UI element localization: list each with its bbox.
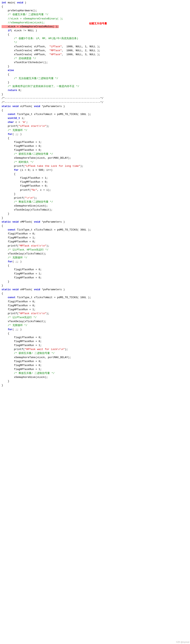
code-line: xSemaphoreGive(xLock); [1,204,189,208]
code-line: { [1,292,189,296]
code-line: for (i = 0; i < 500; i++) [1,168,189,172]
code-line: prvSetupHardware(); [1,9,189,13]
code-line: static void vHPTask( void *pvParameters … [1,288,189,292]
code-line: xSemaphoreTake(xLock, portMAX_DELAY); [1,356,189,360]
code-line: /* 如果程序运行到了这里就表示出错了, 一般是内存不足 */ [1,84,189,88]
annotation: 创建互斥信号量 [89,22,107,26]
code-line: for( ;; ) [1,328,189,332]
code-line: flagMPTaskRun = 0; [1,364,189,368]
code-line: { [1,5,189,9]
code-line: flagLPTaskRun = 1; [1,140,189,144]
code-line: /* 释放互斥量/二进制信号量 */ [1,200,189,204]
code-line: /* 启动调度器 */ [1,56,189,60]
code-line: } [1,64,189,68]
code-line: } [1,284,189,288]
code-line: /* 耗时很久 */ [1,160,189,164]
code-line: flagLPTaskRun = 0; [1,360,189,364]
code-line: /* 创建3个任务: LP, MP, HP(低/中/高优先级任务) [1,36,189,40]
code-line: int main( void ) [1,1,189,5]
code-line: flagMPTaskRun = 1; [1,236,189,240]
code-line: flagMPTaskRun = 0; [1,304,189,308]
code-line: for( ;; ) [1,132,189,136]
code-line: } [1,384,189,388]
code-line: else [1,68,189,72]
code-line: printf("%c", c + i); [1,188,189,192]
code-line: vTaskDelay(xTicksToWait); [1,252,189,256]
code-line: /* 无限循环 */ [1,324,189,328]
code-line: } [1,192,189,196]
code-line: printf("LPTask start\r\n"); [1,124,189,128]
code-line: static void vLPTask( void *pvParameters … [1,104,189,108]
code-line: } [1,280,189,284]
code-line: printf("\r\n"); [1,196,189,200]
code-line: flagHPTaskRun = 0; [1,148,189,152]
code-line: flagMPTaskRun = 0; [1,180,189,184]
code-line: /* 无限循环 */ [1,128,189,132]
code-line: { [1,332,189,336]
code-line: */ [1,40,189,44]
code-line: } [1,92,189,96]
code-line: { [1,264,189,268]
code-line: const TickType_t xTicksToWait = pdMS_TO_… [1,112,189,116]
code-line: xTaskCreate( vHPTask, "HPTask", 1000, NU… [1,53,189,56]
code-line: vTaskDelay(xTicksToWait); [1,208,189,212]
code-line: static void vMPTask( void *pvParameters … [1,220,189,224]
code-line: /* 创建互斥量/ 二进制信号量 */ [1,13,189,16]
code-lines: int main( void ){ prvSetupHardware(); /*… [1,1,189,388]
code-line: flagLPTaskRun = 0; [1,268,189,272]
code-line: //xLock = xSemaphoreCreateBinary( ); [1,17,189,21]
code-line: const TickType_t xTicksToWait = pdMS_TO_… [1,296,189,300]
code-line: { [1,172,189,176]
code-line: flagHPTaskRun = 0; [1,184,189,188]
code-line: } [1,379,189,383]
code-line: const TickType_t xTicksToWait = pdMS_TO_… [1,228,189,232]
code-line: flagLPTaskRun = 0; [1,232,189,236]
code-line: /* 无法创建互斥量/二进制信号量 */ [1,76,189,80]
code-line: uint32_t i; [1,116,189,120]
code-line: /* 释放互斥量/ 二进制信号量 */ [1,371,189,375]
code-line: /*--------------------------------------… [1,100,189,104]
code-line: flagMPTaskRun = 0; [1,144,189,148]
code-line: char c = 'A'; [1,120,189,124]
code-line: flagMPTaskRun = 0; [1,340,189,344]
code-line: } [1,212,189,216]
code-line: return 0; [1,88,189,92]
code-line: printf("MPTask start\r\n"); [1,244,189,248]
code-line: /*--------------------------------------… [1,96,189,100]
code-line: /* 获得互斥量/二进制信号量 */ [1,152,189,156]
code-line: flagLPTaskRun = 1; [1,176,189,180]
code-line: flagHPTaskRun = 1; [1,368,189,371]
code-line: printf("HPTask wait for Lock\r\n"); [1,348,189,352]
code-line: { [1,72,189,76]
code-line: for( ;; ) [1,260,189,264]
code-line: { [1,136,189,140]
code-line: flagLPTaskRun = 0; [1,300,189,304]
code-line: { [1,33,189,36]
code-line: /* 让LPTask、HPTask先运行 */ [1,248,189,252]
code-line: /* 获得互斥量/ 二进制信号量 */ [1,352,189,355]
code-container: int main( void ){ prvSetupHardware(); /*… [0,0,190,644]
code-line: { [1,224,189,228]
code-line: flagHPTaskRun = 1; [1,344,189,348]
code-line: xTaskCreate( vMPTask, "MPTask", 1000, NU… [1,49,189,53]
code-line: flagLPTaskRun = 0; [1,336,189,340]
code-line: flagHPTaskRun = 0; [1,240,189,244]
code-line: } [1,216,189,220]
code-line: printf("HPTask start\r\n"); [1,312,189,316]
code-line: { [1,108,189,112]
code-line: flagHPTaskRun = 1; [1,308,189,312]
code-line: vTaskStartScheduler(); [1,60,189,64]
code-line: xSemaphoreGive(xLock); [1,375,189,379]
code-line: vTaskDelay(xTicksToWait); [1,320,189,324]
code-line: flagHPTaskRun = 0; [1,276,189,280]
code-line: xTaskCreate( vLPTask, "LPTask", 1000, NU… [1,45,189,49]
code-line: xSemaphoreTake(xLock, portMAX_DELAY); [1,156,189,160]
watermark: ©ZH @mymod [176,641,189,644]
code-line: printf("LPTask take the Lock for long ti… [1,164,189,168]
code-line: /* 无限循环 */ [1,256,189,260]
code-line: } [1,80,189,84]
code-line: if( xLock != NULL ) [1,29,189,33]
code-line: flagMPTaskRun = 1; [1,272,189,276]
code-line: /* 让LPTask先运行 */ [1,316,189,320]
